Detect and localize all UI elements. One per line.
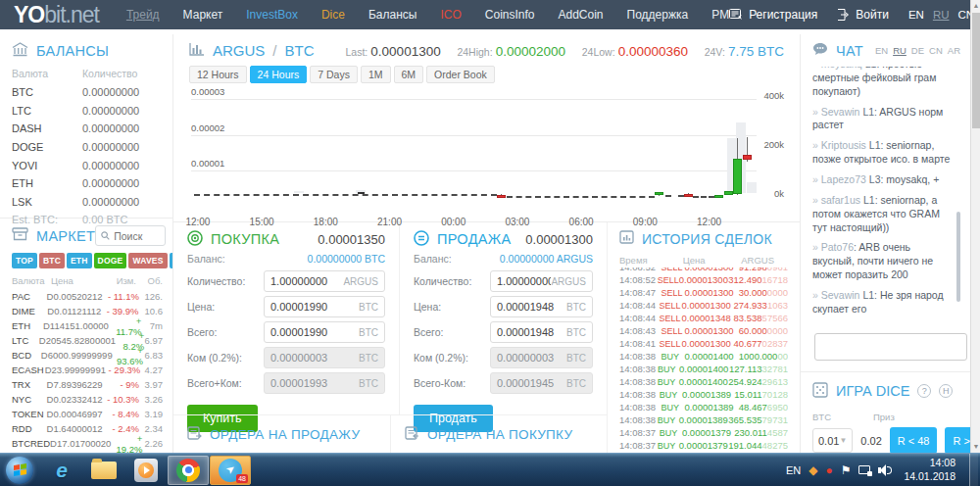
show-desktop-button[interactable] <box>969 454 978 486</box>
history-row[interactable]: 14:08:38BUY0.0000138915.01170128 <box>619 388 788 401</box>
history-row[interactable]: 14:08:41SELL0.0000130040.67702837 <box>619 337 788 350</box>
chat-lang-de[interactable]: DE <box>911 45 924 56</box>
range-6m[interactable]: 6M <box>394 66 424 83</box>
history-row[interactable]: 14:08:38BUY0.00001389365.53579731 <box>619 413 788 426</box>
chat-username[interactable]: Sevawin <box>821 106 860 118</box>
site-lang-ru[interactable]: RU <box>933 9 950 21</box>
history-row[interactable]: 14:08:38BUY0.0000138948.4676950 <box>619 401 788 413</box>
nav-item-dice[interactable]: Dice <box>321 8 345 22</box>
range-12-hours[interactable]: 12 Hours <box>189 66 247 83</box>
dice-help-icon[interactable]: ? <box>917 384 931 398</box>
nav-item-балансы[interactable]: Балансы <box>368 8 416 22</box>
taskbar-media-player[interactable] <box>125 456 167 485</box>
tray-shield-icon[interactable]: ◆ <box>808 464 817 476</box>
nav-item-addcoin[interactable]: AddCoin <box>559 8 604 22</box>
history-row[interactable]: 14:08:52SELL0.00001300312.49016718 <box>619 273 788 286</box>
market-tab-eth[interactable]: ETH <box>67 253 92 268</box>
history-row[interactable]: 14:08:38BUY0.00001400254.92429613 <box>619 375 788 388</box>
market-row[interactable]: TOKEND0.00046997- 8.4%3.19 <box>12 407 163 421</box>
dice-history-icon[interactable]: H <box>939 384 953 398</box>
market-tab-top[interactable]: TOP <box>12 253 37 268</box>
taskbar-clock[interactable]: 14:08 14.01.2018 <box>904 457 956 482</box>
history-row[interactable]: 14:08:44SELL0.0000134883.53857566 <box>619 312 788 324</box>
chat-lang-cn[interactable]: CN <box>929 45 943 56</box>
chat-scrollbar-thumb[interactable] <box>956 212 960 302</box>
chat-username[interactable]: Kriptousis <box>821 139 866 151</box>
sell-field-input[interactable] <box>497 301 566 313</box>
buy-field-input[interactable] <box>270 301 359 313</box>
browser-scrollbar[interactable]: ▲ ▼ <box>970 0 980 453</box>
history-row[interactable]: 14:08:37BUY0.00001379191.04448275 <box>619 439 788 452</box>
market-tab-usd[interactable]: USD <box>170 253 172 268</box>
history-row[interactable]: 14:08:44SELL0.00001300274.9331063 <box>619 299 788 312</box>
taskbar-internet-explorer[interactable]: e <box>41 456 82 485</box>
login-link[interactable]: Войти <box>837 8 889 22</box>
nav-item-поддержка[interactable]: Поддержка <box>627 8 689 22</box>
register-link[interactable]: Регистрация <box>729 8 817 22</box>
sell-field-input[interactable] <box>497 275 551 287</box>
candlestick-chart[interactable]: 0.000030.000020.00001400k200k0k12:0015:0… <box>191 87 757 232</box>
nav-item-coinsinfo[interactable]: CoinsInfo <box>485 8 535 22</box>
nav-item-трейд[interactable]: Трейд <box>126 8 160 22</box>
history-row[interactable]: 14:08:47SELL0.0000130030.0000000 <box>619 286 788 299</box>
dice-bet-select[interactable]: 0.01 ▼ <box>812 428 853 453</box>
range-7-days[interactable]: 7 Days <box>310 66 358 83</box>
market-row[interactable]: PACD0.00520212- 11.1%126. <box>12 289 163 304</box>
history-row[interactable]: 14:08:38BUY0.000014001000.00000 <box>619 350 788 363</box>
nav-item-ico[interactable]: ICO <box>440 8 461 22</box>
history-row[interactable]: 14:08:38BUY0.00001400127.11332781 <box>619 363 788 375</box>
market-tab-doge[interactable]: DOGE <box>94 253 127 268</box>
sell-best-price[interactable]: 0.00001300 <box>525 232 593 247</box>
buy-balance-link[interactable]: 0.00000000 BTC <box>308 253 385 265</box>
chat-username[interactable]: safar1us <box>821 194 860 206</box>
scrollbar-up-arrow[interactable]: ▲ <box>971 0 980 12</box>
pair-quote[interactable]: BTC <box>285 42 315 59</box>
range-order-book[interactable]: Order Book <box>426 66 495 83</box>
buy-field-input[interactable] <box>270 275 343 287</box>
nav-item-pm[interactable]: PM <box>711 8 729 22</box>
market-row[interactable]: BCDD6000.99999999+ 93.6%6.83 <box>12 348 163 363</box>
taskbar-chrome[interactable] <box>168 456 209 485</box>
chat-username[interactable]: Sevawin <box>821 289 860 301</box>
site-lang-en[interactable]: EN <box>908 9 924 21</box>
taskbar-telegram[interactable]: ➤ 48 <box>210 456 251 485</box>
tray-app-icon[interactable]: ● <box>825 464 832 476</box>
nav-item-маркет[interactable]: Маркет <box>183 8 223 22</box>
dice-roll-low-button[interactable]: R < 48 <box>890 427 938 453</box>
network-icon[interactable] <box>858 465 870 474</box>
buy-field-input[interactable] <box>270 326 359 338</box>
chat-username[interactable]: Lapezo73 <box>821 173 866 185</box>
tray-flag-icon[interactable]: ⚑ <box>841 464 852 476</box>
search-input[interactable] <box>114 230 161 242</box>
dice-roll-high-button[interactable]: R > 52 <box>945 427 970 453</box>
chat-username[interactable]: Pato76 <box>821 241 854 253</box>
speaker-icon[interactable] <box>878 464 892 476</box>
chat-input[interactable] <box>814 333 967 361</box>
pair-base[interactable]: ARGUS <box>213 42 265 59</box>
market-row[interactable]: ECASHD23.99999991- 29.3%4.27 <box>12 363 163 377</box>
taskbar-file-explorer[interactable] <box>83 456 124 485</box>
market-tab-btc[interactable]: BTC <box>39 253 65 268</box>
chat-lang-en[interactable]: EN <box>875 45 888 56</box>
history-row[interactable]: 14:08:43SELL0.0000130060.0000000 <box>619 324 788 337</box>
scrollbar-down-arrow[interactable]: ▼ <box>971 441 980 453</box>
chat-username[interactable]: moysakq <box>821 67 862 70</box>
nav-item-investbox[interactable]: InvestBox <box>246 8 298 22</box>
history-row[interactable]: 14:08:37BUY0.00001379230.0114587 <box>619 426 788 439</box>
chat-lang-ru[interactable]: RU <box>893 45 906 56</box>
range-24-hours[interactable]: 24 Hours <box>250 66 308 83</box>
site-logo[interactable]: YObit.net <box>14 1 99 28</box>
sell-field-input[interactable] <box>497 326 566 338</box>
market-tab-waves[interactable]: WAVES <box>128 253 167 268</box>
scrollbar-thumb[interactable] <box>972 13 980 128</box>
start-button[interactable] <box>6 457 33 484</box>
chat-lang-ar[interactable]: AR <box>948 45 960 56</box>
market-row[interactable]: TRXD7.89396229- 9%3.97 <box>12 377 163 392</box>
market-search[interactable] <box>95 225 166 246</box>
market-row[interactable]: NYCD0.02332412- 10.3%3.26 <box>12 392 163 407</box>
chat-username[interactable]: seniornap <box>821 323 866 324</box>
range-1m[interactable]: 1M <box>361 66 391 83</box>
buy-best-price[interactable]: 0.00001350 <box>318 232 385 247</box>
keyboard-language-indicator[interactable]: EN <box>786 464 801 476</box>
sell-balance-link[interactable]: 0.00000000 ARGUS <box>500 253 593 265</box>
